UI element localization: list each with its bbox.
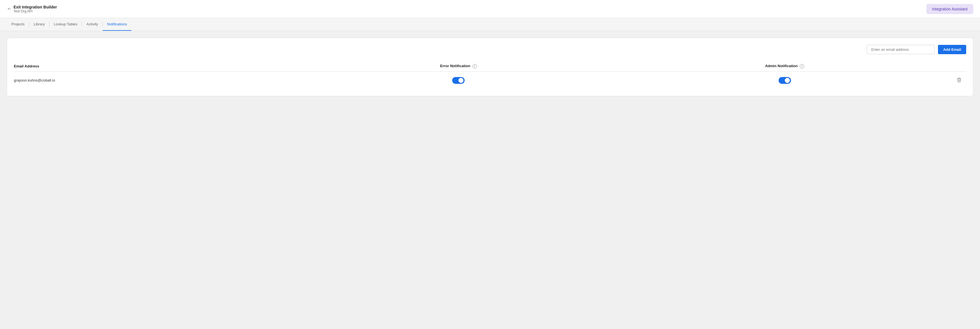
tab-library[interactable]: Library — [29, 18, 49, 31]
notifications-table-body: grayson.kuhns@cobalt.io — [14, 72, 966, 89]
table-row: grayson.kuhns@cobalt.io — [14, 72, 966, 89]
tab-lookup-tables[interactable]: Lookup Tables — [49, 18, 82, 31]
tab-projects[interactable]: Projects — [7, 18, 29, 31]
back-arrow-icon: ← — [7, 6, 12, 12]
main-content: Add Email Email Address Error Notificati… — [0, 31, 980, 329]
col-header-actions — [952, 61, 966, 72]
col-header-admin: Admin Notification i — [617, 61, 952, 72]
col-header-email: Email Address — [14, 61, 299, 72]
header-subtitle: Test Org API — [14, 9, 57, 13]
col-header-error: Error Notification i — [299, 61, 617, 72]
header-title-group: Exit Integration Builder Test Org API — [14, 5, 57, 13]
header-left: ← Exit Integration Builder Test Org API — [7, 5, 57, 13]
admin-notification-info-icon[interactable]: i — [800, 64, 804, 68]
col-admin-label: Admin Notification — [765, 64, 798, 68]
cell-error-notification — [299, 72, 617, 89]
app-wrapper: ← Exit Integration Builder Test Org API … — [0, 0, 980, 329]
notifications-table: Email Address Error Notification i Admin… — [14, 61, 966, 89]
admin-notification-toggle[interactable] — [779, 77, 791, 84]
tab-notifications[interactable]: Notifications — [103, 18, 132, 31]
header-title: Exit Integration Builder — [14, 5, 57, 9]
error-notification-toggle[interactable] — [452, 77, 465, 84]
trash-icon — [956, 77, 962, 83]
add-email-button[interactable]: Add Email — [938, 45, 966, 54]
delete-row-button[interactable] — [955, 76, 963, 85]
content-card: Add Email Email Address Error Notificati… — [7, 38, 973, 96]
integration-assistant-button[interactable]: Integration Assistant — [926, 4, 973, 14]
cell-email: grayson.kuhns@cobalt.io — [14, 72, 299, 89]
email-input-row: Add Email — [14, 45, 966, 54]
tab-activity[interactable]: Activity — [82, 18, 102, 31]
header: ← Exit Integration Builder Test Org API … — [0, 0, 980, 18]
table-header-row: Email Address Error Notification i Admin… — [14, 61, 966, 72]
col-error-label: Error Notification — [440, 64, 470, 68]
error-notification-info-icon[interactable]: i — [473, 64, 477, 68]
nav-bar: Projects Library Lookup Tables Activity … — [0, 18, 980, 31]
back-link[interactable]: ← Exit Integration Builder Test Org API — [7, 5, 57, 13]
cell-admin-notification — [617, 72, 952, 89]
cell-delete — [952, 72, 966, 89]
email-input[interactable] — [867, 45, 935, 54]
